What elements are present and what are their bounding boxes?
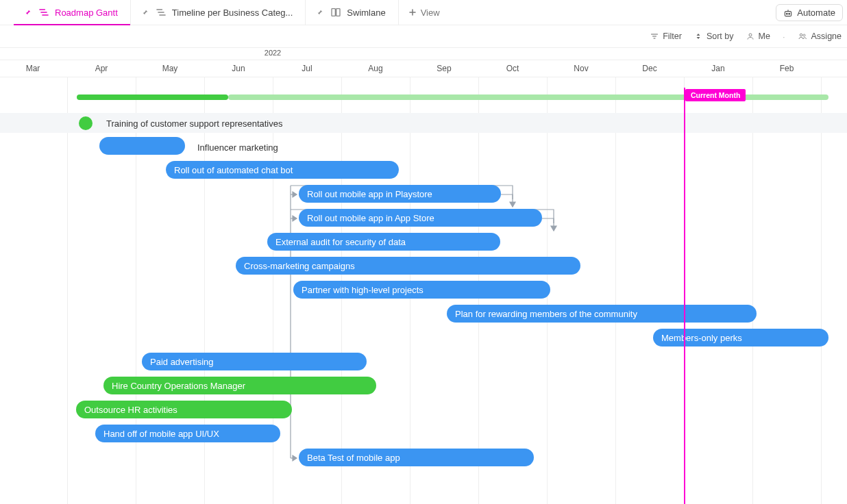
filter-label: Filter	[663, 32, 682, 41]
current-month-badge: Current Month	[685, 89, 746, 101]
task-label: Plan for rewarding members of the commun…	[455, 309, 637, 319]
task-label: Roll out of automated chat bot	[174, 165, 293, 175]
svg-rect-7	[336, 9, 340, 16]
task-row: Roll out mobile app in Playstore	[0, 185, 847, 205]
toolbar-right: Automate	[776, 0, 847, 25]
task-bar[interactable]: Partner with high-level projects	[293, 281, 550, 299]
task-bar[interactable]: Roll out mobile app in App Store	[299, 209, 542, 227]
svg-point-11	[787, 13, 788, 14]
task-label: Outsource HR activities	[84, 405, 177, 415]
pin-icon	[140, 8, 150, 17]
month-label: Oct	[506, 64, 519, 73]
tab-label: Roadmap Gantt	[55, 8, 118, 18]
task-row: Training of customer support representat…	[0, 113, 847, 133]
add-view-label: View	[421, 8, 440, 18]
svg-rect-10	[785, 11, 791, 16]
task-bar[interactable]: Roll out mobile app in Playstore	[299, 185, 501, 203]
svg-rect-6	[332, 9, 335, 16]
task-bar[interactable]: Plan for rewarding members of the commun…	[447, 305, 757, 323]
sort-label: Sort by	[707, 32, 734, 41]
assignee-button[interactable]: Assigne	[798, 32, 842, 41]
task-label: Hire Country Operations Manager	[112, 381, 245, 391]
task-label: Paid advertising	[150, 357, 214, 367]
filter-button[interactable]: Filter	[650, 32, 682, 41]
task-bar[interactable]: Outsource HR activities	[76, 401, 292, 418]
svg-point-17	[749, 34, 752, 36]
task-label: Roll out mobile app in Playstore	[307, 189, 432, 199]
plus-icon	[408, 8, 417, 16]
task-bar[interactable]: Cross-marketing campaigns	[236, 257, 580, 275]
task-label: Members-only perks	[661, 333, 742, 343]
task-row: Members-only perks	[0, 329, 847, 349]
tab-roadmap-gantt[interactable]: Roadmap Gantt	[14, 0, 131, 25]
automate-button[interactable]: Automate	[776, 4, 843, 21]
month-label: Feb	[780, 64, 794, 73]
task-row: Hand off of mobile app UI/UX	[0, 425, 847, 444]
gantt-icon	[156, 7, 167, 18]
tab-swimlane[interactable]: Swimlane	[306, 0, 398, 25]
automate-label: Automate	[797, 8, 835, 18]
task-label: Hand off of mobile app UI/UX	[103, 429, 219, 439]
tab-timeline-business[interactable]: Timeline per Business Categ...	[131, 0, 306, 25]
task-row: Roll out mobile app in App Store	[0, 209, 847, 229]
gantt-chart[interactable]: Current Month	[0, 77, 847, 504]
task-bar[interactable]: Hire Country Operations Manager	[103, 377, 376, 394]
pin-icon	[315, 8, 325, 17]
people-icon	[798, 32, 807, 40]
robot-icon	[783, 8, 793, 18]
person-icon	[746, 32, 754, 40]
task-label: Cross-marketing campaigns	[244, 261, 355, 271]
filter-icon	[650, 32, 659, 40]
task-bar[interactable]: Beta Test of mobile app	[299, 449, 534, 466]
month-label: Jan	[711, 64, 724, 73]
task-bar[interactable]: Roll out of automated chat bot	[166, 161, 399, 179]
task-row: Influencer marketing	[0, 137, 847, 157]
assignee-label: Assigne	[811, 32, 842, 41]
task-row: External audit for security of data	[0, 233, 847, 253]
month-label: May	[162, 64, 178, 73]
summary-segment	[77, 94, 228, 100]
me-label: Me	[759, 32, 770, 41]
filter-row: Filter Sort by Me · Assigne	[0, 25, 847, 48]
month-header: Mar Apr May Jun Jul Aug Sep Oct Nov Dec …	[0, 60, 847, 77]
task-label: Partner with high-level projects	[302, 285, 424, 295]
separator-dot: ·	[783, 32, 785, 42]
task-label[interactable]: Influencer marketing	[197, 142, 278, 152]
task-bar[interactable]: Paid advertising	[142, 353, 367, 370]
year-label: 2022	[265, 49, 281, 57]
task-row: Paid advertising	[0, 353, 847, 373]
task-bar[interactable]: Members-only perks	[653, 329, 828, 346]
month-label: Sep	[437, 64, 451, 73]
svg-point-19	[803, 34, 805, 36]
milestone-dot[interactable]	[79, 116, 93, 130]
task-bar[interactable]	[99, 137, 185, 155]
task-row: Partner with high-level projects	[0, 281, 847, 301]
me-button[interactable]: Me	[746, 32, 770, 41]
task-label[interactable]: Training of customer support representat…	[106, 118, 282, 128]
sort-icon	[694, 32, 702, 40]
add-view-button[interactable]: View	[399, 8, 450, 18]
year-header: 2022	[0, 48, 847, 60]
tab-label: Swimlane	[347, 8, 385, 18]
task-row: Hire Country Operations Manager	[0, 377, 847, 396]
task-label: Beta Test of mobile app	[307, 453, 400, 463]
task-row: Beta Test of mobile app	[0, 449, 847, 468]
month-label: Jun	[232, 64, 245, 73]
task-label: External audit for security of data	[275, 237, 406, 247]
month-label: Jul	[302, 64, 312, 73]
task-bar[interactable]: External audit for security of data	[267, 233, 500, 251]
current-month-line	[684, 88, 685, 504]
task-row: Outsource HR activities	[0, 401, 847, 420]
task-bar[interactable]: Hand off of mobile app UI/UX	[95, 425, 280, 442]
gantt-icon	[38, 7, 49, 18]
swimlane-icon	[330, 7, 341, 18]
month-label: Apr	[95, 64, 108, 73]
pin-icon	[23, 8, 33, 17]
sort-button[interactable]: Sort by	[694, 32, 734, 41]
month-label: Mar	[26, 64, 40, 73]
svg-point-12	[789, 13, 790, 14]
task-row: Plan for rewarding members of the commun…	[0, 305, 847, 325]
month-label: Aug	[368, 64, 382, 73]
task-label: Roll out mobile app in App Store	[307, 213, 434, 223]
task-row: Cross-marketing campaigns	[0, 257, 847, 277]
